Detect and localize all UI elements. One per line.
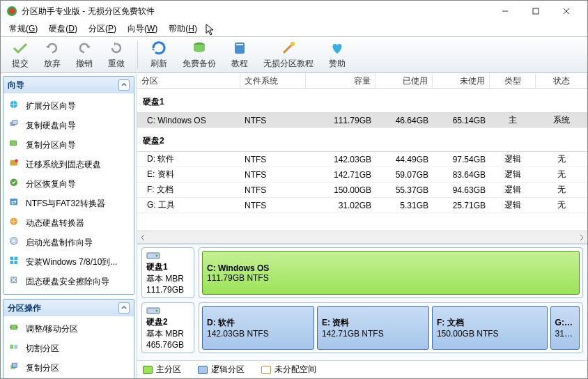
- svg-rect-13: [10, 141, 17, 146]
- svg-point-34: [156, 255, 158, 257]
- ops-panel: 分区操作 调整/移动分区切割分区复制分区创建分区: [3, 299, 134, 378]
- partition-segment[interactable]: G: 工...31.0...: [550, 306, 580, 350]
- svg-point-9: [291, 42, 295, 46]
- maximize-button[interactable]: [520, 1, 551, 21]
- partition-segment[interactable]: D: 软件142.03GB NTFS: [202, 306, 314, 350]
- scroll-right-icon[interactable]: [578, 233, 586, 242]
- disk-map-area: 硬盘1 基本 MBR 111.79GB C: Windows OS111.79G…: [137, 243, 587, 360]
- wizard-panel-title: 向导: [8, 79, 24, 91]
- title-bar: 分区助手专业版 - 无损分区免费软件: [1, 1, 587, 22]
- toolbar-commit[interactable]: 提交: [5, 38, 36, 71]
- disk-info[interactable]: 硬盘1 基本 MBR 111.79GB: [141, 247, 194, 298]
- toolbar-course[interactable]: 无损分区教程: [256, 38, 320, 71]
- list-item[interactable]: 动态硬盘转换器: [3, 213, 134, 233]
- svg-rect-31: [13, 363, 17, 367]
- col-filesystem[interactable]: 文件系统: [240, 74, 306, 88]
- partition-grid[interactable]: 硬盘1 C: Windows OS NTFS 111.79GB 46.64GB …: [137, 89, 587, 231]
- chevron-up-icon[interactable]: [118, 79, 130, 91]
- horizontal-scrollbar[interactable]: [137, 231, 587, 243]
- svg-point-21: [13, 240, 15, 242]
- split-icon: [9, 342, 22, 355]
- list-item[interactable]: 迁移系统到固态硬盘: [3, 155, 134, 174]
- minimize-button[interactable]: [490, 1, 520, 21]
- disk-map-bar: C: Windows OS111.79GB NTFS: [199, 247, 583, 298]
- disk-info[interactable]: 硬盘2 基本 MBR 465.76GB: [141, 302, 194, 353]
- app-icon: [6, 6, 17, 17]
- toolbar-refresh[interactable]: 刷新: [144, 38, 174, 71]
- list-item[interactable]: 复制硬盘向导: [3, 116, 134, 135]
- close-button[interactable]: [551, 1, 582, 21]
- check-icon: [12, 40, 29, 56]
- partition-segment[interactable]: E: 资料142.71GB NTFS: [317, 306, 429, 350]
- ops-panel-header[interactable]: 分区操作: [3, 300, 134, 316]
- toolbar-discard[interactable]: 放弃: [37, 38, 68, 71]
- refresh-icon: [150, 40, 167, 56]
- col-capacity[interactable]: 容量: [306, 74, 376, 88]
- list-item[interactable]: 调整/移动分区: [3, 319, 134, 339]
- col-partition[interactable]: 分区: [137, 74, 240, 88]
- disk-map: 硬盘1 基本 MBR 111.79GB C: Windows OS111.79G…: [141, 247, 583, 298]
- list-item[interactable]: 创建分区: [3, 378, 134, 378]
- ops-panel-title: 分区操作: [8, 302, 41, 314]
- svg-rect-3: [533, 8, 539, 14]
- col-type[interactable]: 类型: [490, 74, 536, 88]
- swatch-unalloc: [261, 366, 271, 374]
- legend-primary: 主分区: [143, 364, 181, 376]
- menu-item-3[interactable]: 向导(W): [122, 22, 163, 36]
- chevron-up-icon[interactable]: [118, 302, 130, 314]
- menu-item-0[interactable]: 常规(G): [3, 22, 43, 36]
- list-item[interactable]: 固态硬盘安全擦除向导: [3, 272, 134, 291]
- col-status[interactable]: 状态: [536, 74, 587, 88]
- copydisk-icon: [9, 119, 22, 132]
- toolbar: 提交放弃撤销重做刷新免费备份教程无损分区教程赞助: [1, 37, 587, 73]
- copypart-icon: [9, 139, 22, 151]
- list-item[interactable]: 安装Windows 7/8/10到...: [3, 252, 134, 272]
- wizard-panel: 向导 扩展分区向导复制硬盘向导复制分区向导迁移系统到固态硬盘分区恢复向导⇄NTF…: [3, 76, 134, 295]
- resize-icon: [9, 323, 22, 335]
- svg-point-1: [9, 8, 15, 14]
- wizard-panel-header[interactable]: 向导: [3, 77, 134, 93]
- list-item[interactable]: ⇄NTFS与FAT32转换器: [3, 194, 134, 213]
- svg-rect-8: [236, 44, 243, 45]
- legend-unalloc: 未分配空间: [261, 364, 316, 376]
- copy-icon: [9, 362, 22, 374]
- swatch-primary: [143, 366, 153, 374]
- list-item[interactable]: 复制分区向导: [3, 135, 134, 155]
- bootcd-icon: [9, 236, 22, 249]
- table-row[interactable]: D: 软件 NTFS 142.03GB 44.49GB 97.54GB 逻辑 无: [137, 152, 587, 167]
- table-row[interactable]: F: 文档 NTFS 150.00GB 55.37GB 94.63GB 逻辑 无: [137, 183, 587, 198]
- wand-icon: [280, 40, 297, 56]
- list-item[interactable]: 分区恢复向导: [3, 174, 134, 194]
- table-row[interactable]: G: 工具 NTFS 31.02GB 5.31GB 25.71GB 逻辑 无: [137, 198, 587, 213]
- menu-item-2[interactable]: 分区(P): [83, 22, 122, 36]
- toolbar-redo[interactable]: 重做: [101, 38, 132, 71]
- undo-icon: [44, 40, 61, 56]
- undo2-icon: [76, 40, 93, 56]
- svg-rect-29: [15, 345, 18, 349]
- toolbar-undo[interactable]: 撤销: [69, 38, 100, 71]
- backup-icon: [191, 40, 208, 56]
- toolbar-donate[interactable]: 赞助: [322, 38, 353, 71]
- scroll-left-icon[interactable]: [139, 233, 147, 242]
- col-used[interactable]: 已使用: [376, 74, 433, 88]
- partition-segment[interactable]: C: Windows OS111.79GB NTFS: [202, 251, 580, 295]
- dynamic-icon: [9, 217, 22, 229]
- svg-rect-23: [15, 257, 18, 261]
- windows-icon: [9, 256, 22, 268]
- toolbar-tutorial[interactable]: 教程: [224, 38, 255, 71]
- menu-item-1[interactable]: 硬盘(D): [43, 22, 83, 36]
- recover-icon: [9, 178, 22, 190]
- list-item[interactable]: 切割分区: [3, 339, 134, 358]
- list-item[interactable]: 扩展分区向导: [3, 96, 134, 116]
- table-row[interactable]: E: 资料 NTFS 142.71GB 59.07GB 83.64GB 逻辑 无: [137, 167, 587, 183]
- table-row[interactable]: C: Windows OS NTFS 111.79GB 46.64GB 65.1…: [137, 113, 587, 128]
- left-sidebar: 向导 扩展分区向导复制硬盘向导复制分区向导迁移系统到固态硬盘分区恢复向导⇄NTF…: [1, 74, 137, 378]
- list-item[interactable]: 复制分区: [3, 358, 134, 378]
- disk-icon: [146, 251, 160, 261]
- toolbar-backup[interactable]: 免费备份: [176, 38, 223, 71]
- menu-item-4[interactable]: 帮助(H): [163, 22, 203, 36]
- svg-text:⇄: ⇄: [11, 199, 17, 206]
- col-free[interactable]: 未使用: [433, 74, 490, 88]
- list-item[interactable]: 启动光盘制作向导: [3, 233, 134, 252]
- partition-segment[interactable]: F: 文档150.00GB NTFS: [432, 306, 548, 350]
